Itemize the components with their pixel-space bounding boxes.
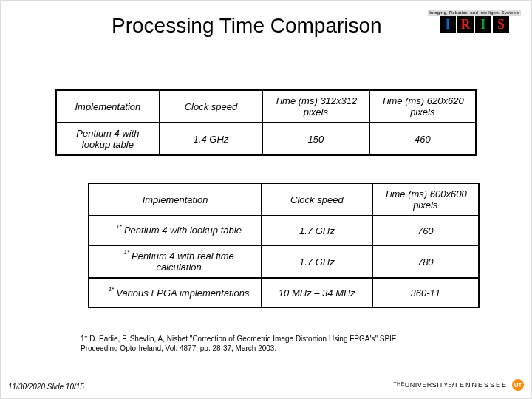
cell-time: 360-11	[372, 278, 479, 307]
cell-text: Various FPGA implementations	[116, 287, 249, 299]
cell-time: 460	[369, 123, 476, 155]
col-header: Time (ms) 600x600 pixels	[372, 183, 479, 216]
ut-badge-icon: UT	[512, 379, 524, 391]
cell-impl: 1*Pentium 4 with lookup table	[89, 216, 262, 245]
table-2: Implementation Clock speed Time (ms) 600…	[88, 183, 480, 308]
citation: 1* D. Eadie, F. Shevlin, A, Nisbet "Corr…	[81, 335, 435, 353]
logo-letter: R	[457, 16, 474, 33]
table-row: 1*Pentium 4 with lookup table 1.7 GHz 76…	[89, 216, 479, 245]
footer: 11/30/2020 Slide 10/15 THEUNIVERSITYofTE…	[8, 379, 524, 391]
cell-impl: 1*Pentium 4 with real time calculation	[89, 245, 262, 278]
cell-clock: 10 MHz – 34 MHz	[262, 278, 372, 307]
table-row: 1*Various FPGA implementations 10 MHz – …	[89, 278, 479, 307]
iris-logo: Imaging, Robotics, and Intelligent Syste…	[428, 10, 521, 33]
cell-time: 780	[372, 245, 479, 278]
table-1: Implementation Clock speed Time (ms) 312…	[55, 89, 477, 156]
cell-impl: Pentium 4 with lookup table	[56, 123, 160, 155]
table-row: Pentium 4 with lookup table 1.4 GHz 150 …	[56, 123, 476, 155]
cell-clock: 1.4 GHz	[160, 123, 262, 155]
col-header: Time (ms) 312x312 pixels	[262, 90, 369, 123]
citation-ref: 1*	[116, 223, 122, 230]
univ-tn: TENNESSEE	[454, 381, 508, 389]
cell-time: 760	[372, 216, 479, 245]
cell-text: Pentium 4 with real time calculation	[132, 250, 234, 273]
table-row: Implementation Clock speed Time (ms) 312…	[56, 90, 476, 123]
logo-letter: I	[440, 16, 456, 33]
col-header: Implementation	[56, 90, 160, 123]
university-logo: THEUNIVERSITYofTENNESSEE UT	[393, 379, 524, 391]
slide: Processing Time Comparison Imaging, Robo…	[0, 0, 532, 399]
col-header: Clock speed	[160, 90, 262, 123]
footer-left: 11/30/2020 Slide 10/15	[8, 383, 84, 391]
logo-blocks: I R I S	[440, 16, 509, 33]
cell-text: Pentium 4 with lookup table	[124, 225, 242, 236]
cell-time: 150	[262, 123, 369, 155]
col-header: Clock speed	[262, 183, 372, 216]
cell-impl: 1*Various FPGA implementations	[89, 278, 262, 307]
univ-the: THE	[393, 381, 405, 386]
univ-name: UNIVERSITY	[405, 381, 449, 389]
citation-ref: 1*	[123, 249, 129, 256]
table-row: 1*Pentium 4 with real time calculation 1…	[89, 245, 479, 278]
table-row: Implementation Clock speed Time (ms) 600…	[89, 183, 479, 216]
cell-clock: 1.7 GHz	[262, 245, 372, 278]
logo-tagline: Imaging, Robotics, and Intelligent Syste…	[428, 10, 521, 16]
logo-letter: S	[493, 16, 509, 33]
university-text: THEUNIVERSITYofTENNESSEE	[393, 381, 508, 389]
col-header: Implementation	[89, 183, 262, 216]
cell-clock: 1.7 GHz	[262, 216, 372, 245]
citation-ref: 1*	[109, 286, 115, 293]
logo-letter: I	[475, 16, 491, 33]
col-header: Time (ms) 620x620 pixels	[369, 90, 476, 123]
